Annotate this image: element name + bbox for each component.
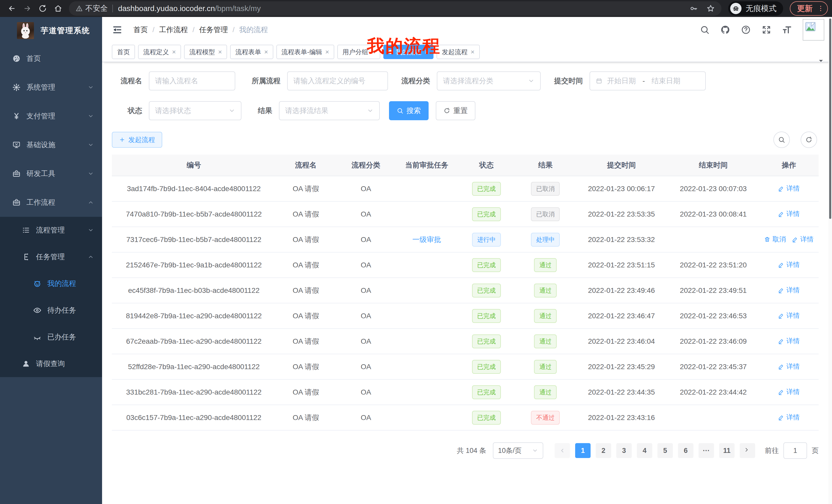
page-button-11[interactable]: 11 xyxy=(719,443,734,458)
action-详情[interactable]: 详情 xyxy=(778,311,800,320)
action-详情[interactable]: 详情 xyxy=(778,184,800,193)
breadcrumb-item[interactable]: 任务管理 xyxy=(199,25,228,35)
close-icon[interactable]: × xyxy=(325,48,329,56)
reset-button[interactable]: 重置 xyxy=(436,101,475,120)
sidebar-item-请假查询[interactable]: 请假查询 xyxy=(0,351,102,377)
sidebar-logo-row[interactable]: 芋道管理系统 xyxy=(0,17,102,44)
back-icon[interactable] xyxy=(6,3,18,15)
page-ellipsis[interactable]: ··· xyxy=(699,443,714,458)
page-button-6[interactable]: 6 xyxy=(678,443,694,458)
fullscreen-icon[interactable] xyxy=(761,25,771,35)
action-详情[interactable]: 详情 xyxy=(778,362,800,371)
sidebar-item-首页[interactable]: 首页 xyxy=(0,44,102,73)
next-page-button[interactable] xyxy=(740,443,755,458)
sidebar-item-待办任务[interactable]: 待办任务 xyxy=(0,297,102,324)
tab-label: 流程表单 xyxy=(235,48,261,56)
sidebar-item-已办任务[interactable]: 已办任务 xyxy=(0,324,102,351)
refresh-table-button[interactable] xyxy=(801,132,817,148)
breadcrumb-item[interactable]: 首页 xyxy=(133,25,148,35)
tab-流程模型[interactable]: 流程模型× xyxy=(184,45,227,59)
tab-流程表单[interactable]: 流程表单× xyxy=(230,45,273,59)
reload-icon[interactable] xyxy=(37,3,49,15)
chevron-down-icon xyxy=(229,107,235,114)
action-详情[interactable]: 详情 xyxy=(778,209,800,218)
sidebar-item-支付管理[interactable]: 支付管理 xyxy=(0,102,102,131)
action-label: 详情 xyxy=(786,286,800,295)
avatar[interactable] xyxy=(803,19,824,40)
table-row: 2152467e-7b9b-11ec-9a1b-acde48001122OA 请… xyxy=(112,253,818,278)
sidebar-item-系统管理[interactable]: 系统管理 xyxy=(0,73,102,102)
page-button-2[interactable]: 2 xyxy=(596,443,611,458)
sidebar-item-任务管理[interactable]: 任务管理 xyxy=(0,244,102,270)
page-scrollbar[interactable] xyxy=(828,17,832,504)
toolbox-icon xyxy=(12,198,21,207)
current-task-link[interactable]: 一级审批 xyxy=(412,235,441,244)
breadcrumb-item[interactable]: 工作流程 xyxy=(159,25,188,35)
result-select[interactable]: 请选择流结果 xyxy=(279,101,380,120)
sidebar-item-label: 流程管理 xyxy=(36,225,65,235)
update-label[interactable]: 更新 xyxy=(797,3,812,14)
sidebar-item-基础设施[interactable]: 基础设施 xyxy=(0,131,102,159)
url-bar[interactable]: 不安全 dashboard.yudao.iocoder.cn/bpm/task/… xyxy=(69,1,722,16)
font-size-icon[interactable] xyxy=(782,25,792,35)
url-path: /bpm/task/my xyxy=(215,4,261,13)
action-详情[interactable]: 详情 xyxy=(778,260,800,269)
sidebar-item-流程管理[interactable]: 流程管理 xyxy=(0,217,102,244)
page-button-5[interactable]: 5 xyxy=(657,443,673,458)
close-icon[interactable]: × xyxy=(172,48,176,56)
help-icon[interactable] xyxy=(741,25,751,35)
page-button-4[interactable]: 4 xyxy=(637,443,652,458)
github-icon[interactable] xyxy=(721,25,730,35)
action-详情[interactable]: 详情 xyxy=(778,387,800,396)
action-详情[interactable]: 详情 xyxy=(792,235,813,244)
incognito-badge: 无痕模式 xyxy=(728,1,783,16)
close-icon[interactable]: × xyxy=(470,48,474,56)
url-host: dashboard.yudao.iocoder.cn xyxy=(118,4,215,13)
date-range-picker[interactable]: 开始日期 - 结束日期 xyxy=(590,72,706,90)
sidebar-item-我的流程[interactable]: 我的流程 xyxy=(0,270,102,297)
action-详情[interactable]: 详情 xyxy=(778,286,800,295)
star-icon[interactable] xyxy=(706,4,715,12)
cell-actions: 取消详情 xyxy=(759,235,818,244)
category-select[interactable]: 请选择流程分类 xyxy=(437,72,541,90)
toggle-search-button[interactable] xyxy=(773,132,790,148)
tab-流程定义[interactable]: 流程定义× xyxy=(138,45,181,59)
prev-page-button[interactable] xyxy=(554,443,570,458)
hamburger-icon[interactable] xyxy=(112,24,123,35)
home-icon[interactable] xyxy=(52,3,64,15)
page-button-3[interactable]: 3 xyxy=(616,443,632,458)
tab-流程表单-编辑[interactable]: 流程表单-编辑× xyxy=(277,45,335,59)
create-process-button[interactable]: 发起流程 xyxy=(112,132,162,148)
status-select[interactable]: 请选择状态 xyxy=(149,101,241,120)
scrollbar-thumb[interactable] xyxy=(829,19,831,219)
close-icon[interactable]: × xyxy=(218,48,222,56)
tab-发起流程[interactable]: 发起流程× xyxy=(437,45,479,59)
cell-result: 通过 xyxy=(516,258,576,272)
action-详情[interactable]: 详情 xyxy=(778,337,800,345)
search-button[interactable]: 搜索 xyxy=(389,101,428,120)
key-icon[interactable] xyxy=(690,4,698,12)
page-size-select[interactable]: 10条/页 xyxy=(493,442,543,459)
sidebar-item-工作流程[interactable]: 工作流程 xyxy=(0,188,102,217)
process-definition-input[interactable]: 请输入流程定义的编号 xyxy=(287,72,388,90)
page-button-1[interactable]: 1 xyxy=(575,443,591,458)
cell-actions: 详情 xyxy=(759,387,818,397)
calendar-icon xyxy=(596,78,602,84)
security-label[interactable]: 不安全 xyxy=(85,3,108,13)
status-badge: 进行中 xyxy=(472,233,501,247)
chrome-update-button[interactable]: 更新 xyxy=(790,1,828,16)
forward-icon[interactable] xyxy=(21,3,33,15)
cell-end_time: 2022-01-22 23:46:53 xyxy=(668,312,759,320)
goto-page-input[interactable]: 1 xyxy=(783,442,807,459)
chevron-down-icon xyxy=(528,78,535,84)
menu-dots-icon[interactable] xyxy=(817,5,824,12)
toolbox-icon xyxy=(12,169,21,178)
avatar-caret-down-icon[interactable] xyxy=(817,57,825,66)
action-取消[interactable]: 取消 xyxy=(764,235,786,244)
search-icon[interactable] xyxy=(700,25,710,35)
action-详情[interactable]: 详情 xyxy=(778,413,800,422)
sidebar-item-研发工具[interactable]: 研发工具 xyxy=(0,159,102,188)
close-icon[interactable]: × xyxy=(264,48,268,56)
process-name-input[interactable]: 请输入流程名 xyxy=(149,72,235,90)
tab-首页[interactable]: 首页 xyxy=(112,45,135,59)
